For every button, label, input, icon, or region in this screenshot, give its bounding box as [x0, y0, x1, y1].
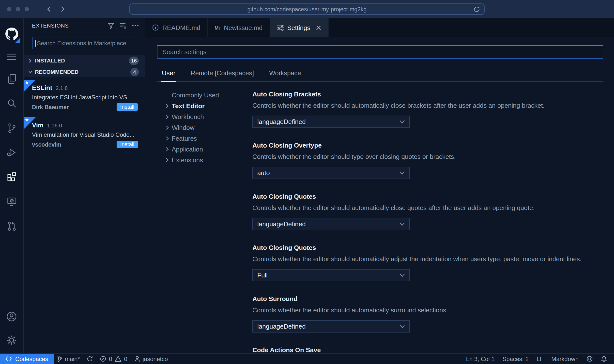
chevron-left-icon — [46, 6, 51, 12]
install-button[interactable]: Install — [117, 103, 138, 111]
manage-gear-button[interactable] — [0, 329, 23, 353]
window-control-dot[interactable] — [25, 7, 29, 11]
cursor-position-button[interactable]: Ln 3, Col 1 — [462, 354, 498, 364]
toc-label: Window — [172, 124, 195, 131]
scope-user[interactable]: User — [161, 66, 176, 82]
branch-label: main* — [65, 355, 80, 362]
reload-button[interactable] — [473, 6, 480, 13]
window-control-dot[interactable] — [7, 7, 11, 11]
setting-auto-indent: Auto Closing Quotes Controls whether the… — [252, 244, 603, 281]
section-installed[interactable]: INSTALLED 16 — [24, 55, 145, 66]
warning-count: 0 — [124, 355, 127, 362]
dropdown-value: languageDefined — [257, 323, 306, 330]
settings-search-input[interactable]: Search settings — [157, 45, 603, 59]
clear-search-results-button[interactable] — [120, 22, 126, 29]
chevron-right-icon — [164, 125, 170, 130]
extension-author: vscodevim — [32, 141, 61, 147]
setting-dropdown[interactable]: languageDefined — [252, 218, 410, 230]
toc-label: Application — [172, 145, 203, 153]
indentation-button[interactable]: Spaces: 2 — [499, 354, 533, 364]
feedback-button[interactable] — [583, 354, 597, 364]
chevron-right-icon — [164, 114, 170, 119]
back-button[interactable] — [42, 3, 56, 15]
setting-title: Auto Closing Quotes — [252, 244, 603, 252]
tab-readme[interactable]: README.md — [145, 18, 208, 37]
codespaces-button[interactable]: Codespaces — [0, 354, 53, 364]
settings-scope-tabs: User Remote [Codespaces] Workspace — [157, 66, 603, 82]
user-status-button[interactable]: jasonetco — [131, 354, 171, 364]
extension-name: Vim — [32, 121, 44, 129]
tab-newissue[interactable]: M↓ NewIssue.md — [208, 18, 270, 37]
info-icon — [152, 24, 159, 31]
remote-explorer-icon — [7, 197, 16, 207]
toc-extensions[interactable]: Extensions — [164, 154, 252, 165]
section-count-badge: 4 — [130, 68, 139, 76]
sidebar-item-extensions[interactable] — [0, 165, 23, 189]
sidebar-item-search[interactable] — [0, 91, 23, 116]
sidebar-item-run-debug[interactable] — [0, 140, 23, 165]
notifications-button[interactable] — [597, 354, 611, 364]
extensions-search-placeholder: Search Extensions in Marketplace — [37, 40, 126, 46]
install-button[interactable]: Install — [117, 141, 138, 148]
source-control-branch-icon — [7, 123, 16, 133]
extension-name: ESLint — [32, 84, 52, 91]
sync-button[interactable] — [83, 354, 97, 364]
branch-button[interactable]: main* — [53, 354, 83, 364]
toc-label: Workbench — [172, 113, 204, 120]
tab-label: README.md — [162, 24, 200, 31]
sidebar-item-explorer[interactable] — [0, 66, 23, 91]
window-control-dot[interactable] — [16, 7, 20, 11]
scope-remote-codespaces[interactable]: Remote [Codespaces] — [190, 66, 255, 81]
setting-dropdown[interactable]: Full — [252, 269, 410, 281]
language-mode-button[interactable]: Markdown — [547, 354, 583, 364]
setting-dropdown[interactable]: auto — [252, 167, 410, 179]
toc-text-editor[interactable]: Text Editor — [164, 100, 252, 111]
filter-icon — [108, 22, 114, 29]
setting-dropdown[interactable]: languageDefined — [252, 320, 410, 333]
sidebar-item-source-control[interactable] — [0, 116, 23, 140]
section-label: INSTALLED — [35, 58, 65, 63]
settings-editor: Search settings User Remote [Codespaces]… — [145, 37, 614, 353]
person-icon — [134, 356, 140, 362]
eol-label: LF — [537, 355, 543, 362]
search-icon — [7, 98, 16, 108]
extension-description: Vim emulation for Visual Studio Code... — [32, 131, 138, 138]
sidebar-item-remote-explorer[interactable] — [0, 189, 23, 214]
sidebar-item-pull-requests[interactable] — [0, 214, 23, 239]
section-recommended[interactable]: RECOMMENDED 4 — [24, 66, 145, 77]
more-actions-button[interactable] — [132, 25, 139, 27]
extension-item-vim[interactable]: ★ Vim 1.16.0 Vim emulation for Visual St… — [24, 117, 145, 152]
scope-workspace[interactable]: Workspace — [268, 66, 302, 81]
account-button[interactable] — [0, 304, 23, 329]
filter-button[interactable] — [108, 22, 114, 29]
setting-description: Controls whether the editor should autom… — [252, 204, 603, 212]
menu-button[interactable] — [0, 47, 23, 66]
editor-tabs: README.md M↓ NewIssue.md Settings — [145, 18, 614, 37]
setting-description: Controls whether the editor should autom… — [252, 255, 603, 263]
toc-application[interactable]: Application — [164, 144, 252, 154]
url-bar[interactable]: github.com/codespaces/user-my-project-mg… — [129, 3, 485, 15]
extension-item-eslint[interactable]: ★ ESLint 2.1.8 Integrates ESLint JavaScr… — [24, 80, 145, 115]
pull-request-icon — [7, 221, 16, 231]
star-icon: ★ — [25, 80, 29, 85]
toc-workbench[interactable]: Workbench — [164, 111, 252, 122]
ellipsis-icon — [132, 25, 139, 27]
toc-commonly-used[interactable]: Commonly Used — [164, 90, 252, 100]
setting-auto-surround: Auto Surround Controls whether the edito… — [252, 295, 603, 333]
toc-features[interactable]: Features — [164, 133, 252, 144]
dropdown-value: auto — [257, 169, 270, 177]
setting-description: Controls whether the editor should autom… — [252, 102, 603, 110]
setting-dropdown[interactable]: languageDefined — [252, 116, 410, 128]
close-icon[interactable] — [316, 25, 321, 30]
window-controls — [7, 7, 29, 11]
forward-button[interactable] — [56, 3, 69, 15]
dropdown-value: languageDefined — [257, 220, 306, 228]
toc-window[interactable]: Window — [164, 122, 252, 133]
tab-settings[interactable]: Settings — [270, 18, 328, 37]
eol-button[interactable]: LF — [533, 354, 547, 364]
settings-list: Auto Closing Brackets Controls whether t… — [252, 88, 603, 353]
extension-description: Integrates ESLint JavaScript into VS C..… — [32, 94, 138, 101]
language-mode-label: Markdown — [551, 355, 579, 362]
problems-button[interactable]: 0 0 — [97, 354, 131, 364]
extensions-search-input[interactable]: Search Extensions in Marketplace — [32, 37, 137, 49]
